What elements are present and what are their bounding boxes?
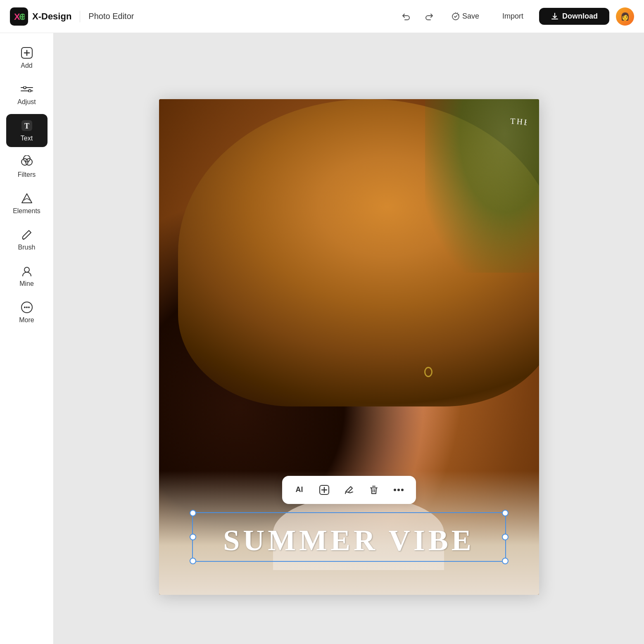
sidebar-item-filters[interactable]: Filters bbox=[6, 150, 48, 183]
sidebar-item-more[interactable]: More bbox=[6, 296, 48, 329]
adjust-icon bbox=[20, 83, 33, 96]
svg-text:X⊕: X⊕ bbox=[14, 12, 25, 22]
header-actions: Save Import Download 👩 bbox=[398, 7, 634, 26]
main-canvas-area: THE SUMMER VIBE THAT IM LOOKING FOR AI bbox=[54, 33, 644, 644]
header: X⊕ X-Design Photo Editor bbox=[0, 0, 644, 33]
add-icon bbox=[20, 46, 33, 59]
sidebar-item-text[interactable]: T Text bbox=[6, 114, 48, 147]
save-label: Save bbox=[462, 12, 479, 21]
sidebar-item-elements[interactable]: Elements bbox=[6, 187, 48, 220]
sidebar-item-adjust[interactable]: Adjust bbox=[6, 78, 48, 111]
elements-label: Elements bbox=[13, 207, 40, 215]
handle-bottom-left[interactable] bbox=[190, 558, 196, 564]
svg-point-19 bbox=[394, 489, 396, 491]
svg-text:T: T bbox=[24, 122, 29, 130]
avatar-image: 👩 bbox=[616, 7, 634, 26]
text-label: Text bbox=[21, 135, 33, 142]
ai-label: AI bbox=[296, 485, 303, 494]
svg-point-6 bbox=[29, 90, 31, 92]
handle-bottom-right[interactable] bbox=[502, 558, 509, 564]
adjust-label: Adjust bbox=[17, 98, 36, 106]
app-name: Photo Editor bbox=[88, 12, 134, 21]
brand-name: X-Design bbox=[32, 11, 71, 22]
more-options-button[interactable] bbox=[390, 481, 408, 499]
elements-icon bbox=[20, 192, 33, 205]
brush-icon bbox=[20, 228, 33, 241]
svg-point-12 bbox=[24, 267, 29, 272]
sidebar-item-mine[interactable]: Mine bbox=[6, 259, 48, 292]
handle-top-left[interactable] bbox=[190, 510, 196, 516]
handle-top-right[interactable] bbox=[502, 510, 509, 516]
svg-point-15 bbox=[26, 307, 28, 308]
add-label: Add bbox=[21, 62, 32, 69]
brush-label: Brush bbox=[18, 244, 36, 251]
ai-button[interactable]: AI bbox=[290, 481, 309, 499]
download-label: Download bbox=[562, 12, 598, 21]
more-label: More bbox=[19, 316, 34, 324]
context-toolbar: AI bbox=[282, 476, 416, 504]
more-icon bbox=[20, 301, 33, 314]
mine-icon bbox=[20, 264, 33, 278]
import-label: Import bbox=[502, 12, 523, 20]
svg-point-14 bbox=[24, 307, 26, 308]
header-divider bbox=[80, 11, 80, 22]
svg-point-21 bbox=[401, 489, 404, 491]
mine-label: Mine bbox=[19, 280, 34, 288]
redo-button[interactable] bbox=[421, 8, 437, 25]
download-button[interactable]: Download bbox=[539, 8, 609, 25]
svg-text:THE SUMMER VIBE THAT IM LOOKIN: THE SUMMER VIBE THAT IM LOOKING FOR bbox=[510, 116, 526, 276]
curved-text-container: THE SUMMER VIBE THAT IM LOOKING FOR bbox=[394, 107, 527, 355]
sidebar-item-add[interactable]: Add bbox=[6, 41, 48, 74]
photo-background: THE SUMMER VIBE THAT IM LOOKING FOR AI bbox=[159, 99, 539, 595]
svg-point-20 bbox=[397, 489, 400, 491]
svg-point-16 bbox=[28, 307, 30, 308]
logo-icon: X⊕ bbox=[10, 7, 28, 26]
earring bbox=[424, 367, 433, 377]
filters-icon bbox=[20, 155, 33, 169]
avatar[interactable]: 👩 bbox=[616, 7, 634, 26]
import-button[interactable]: Import bbox=[493, 9, 532, 24]
svg-point-4 bbox=[24, 86, 26, 89]
paint-button[interactable] bbox=[340, 481, 358, 499]
undo-button[interactable] bbox=[398, 8, 414, 25]
save-button[interactable]: Save bbox=[444, 9, 487, 24]
logo-container: X⊕ X-Design bbox=[10, 7, 71, 26]
sidebar-item-brush[interactable]: Brush bbox=[6, 223, 48, 256]
filters-label: Filters bbox=[18, 171, 36, 178]
sidebar: Add Adjust T Text bbox=[0, 33, 54, 644]
canvas-wrapper[interactable]: THE SUMMER VIBE THAT IM LOOKING FOR AI bbox=[159, 99, 539, 595]
summer-vibe-text[interactable]: SUMMER VIBE bbox=[159, 523, 539, 558]
add-layer-button[interactable] bbox=[315, 481, 333, 499]
text-icon: T bbox=[20, 119, 33, 132]
delete-button[interactable] bbox=[365, 481, 383, 499]
